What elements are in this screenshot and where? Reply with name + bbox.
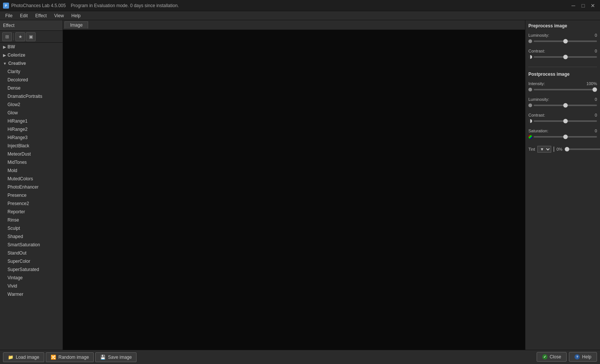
titlebar-subtitle: Program in Evaluation mode. 0 days since… <box>71 3 179 8</box>
window-close-button[interactable]: ✕ <box>589 1 597 10</box>
pre-contrast-slider[interactable] <box>534 56 597 58</box>
tint-slider[interactable] <box>565 148 600 150</box>
menu-view[interactable]: View <box>51 12 68 19</box>
effect-panel-header: Effect <box>0 20 63 31</box>
post-luminosity-row: Luminosity: 0 <box>528 97 597 108</box>
tint-label: Tint <box>528 147 535 151</box>
grid-view-button[interactable]: ⊞ <box>2 32 12 41</box>
post-intensity-row: Intensity: 100% <box>528 81 597 93</box>
list-item[interactable]: Glow2 <box>0 100 63 109</box>
save-icon: 💾 <box>100 355 106 360</box>
list-item[interactable]: MidTones <box>0 158 63 166</box>
arrow-icon: ▼ <box>3 61 7 66</box>
left-panel: Effect ⊞ ★ ▣ ▶ BW ▶ Colorize ▼ Creative <box>0 20 63 353</box>
list-item[interactable]: DramaticPortraits <box>0 92 63 100</box>
random-icon: 🔀 <box>51 355 56 360</box>
menu-edit[interactable]: Edit <box>16 12 32 19</box>
tint-dropdown[interactable]: ▼ <box>537 146 551 153</box>
list-item[interactable]: Mold <box>0 166 63 175</box>
post-intensity-label: Intensity: 100% <box>528 81 597 86</box>
list-item[interactable]: MutedColors <box>0 175 63 183</box>
post-saturation-slider[interactable] <box>534 136 597 138</box>
pre-luminosity-track <box>528 38 597 44</box>
film-button[interactable]: ▣ <box>26 32 36 41</box>
postprocess-title: Postprocess image <box>528 72 597 78</box>
pre-luminosity-label: Luminosity: 0 <box>528 33 597 37</box>
luminosity2-icon <box>528 103 532 107</box>
list-item[interactable]: Presence2 <box>0 199 63 208</box>
help-button[interactable]: ? Help <box>569 352 597 362</box>
post-luminosity-label: Luminosity: 0 <box>528 97 597 102</box>
post-intensity-track <box>528 87 597 93</box>
load-icon: 📁 <box>8 355 14 360</box>
image-canvas <box>63 30 525 353</box>
list-item[interactable]: SmartSaturation <box>0 241 63 249</box>
list-item[interactable]: Reporter <box>0 208 63 216</box>
list-item[interactable]: Vivid <box>0 282 63 290</box>
list-item[interactable]: Clarity <box>0 67 63 76</box>
list-item[interactable]: Rinse <box>0 216 63 224</box>
list-item[interactable]: Presence <box>0 191 63 199</box>
maximize-button[interactable]: □ <box>579 1 587 10</box>
post-luminosity-track <box>528 102 597 108</box>
contrast2-icon <box>528 119 532 123</box>
intensity-icon <box>528 88 532 91</box>
menu-help[interactable]: Help <box>68 12 84 19</box>
post-intensity-slider[interactable] <box>534 89 597 90</box>
main-layout: Effect ⊞ ★ ▣ ▶ BW ▶ Colorize ▼ Creative <box>0 20 600 353</box>
list-item[interactable]: Shaped <box>0 232 63 241</box>
bottom-bar: 📁 Load image 🔀 Random image 💾 Save image… <box>0 350 600 364</box>
effect-group-bw-label: BW <box>8 44 15 49</box>
pre-contrast-row: Contrast: 0 <box>528 49 597 60</box>
effect-group-creative-label: Creative <box>8 61 26 66</box>
image-tab[interactable]: Image <box>64 21 88 28</box>
right-panel: Preprocess image Luminosity: 0 Contrast:… <box>525 20 600 353</box>
post-contrast-slider[interactable] <box>534 120 597 122</box>
post-saturation-row: Saturation: 0 <box>528 129 597 140</box>
pre-luminosity-row: Luminosity: 0 <box>528 33 597 44</box>
window-controls: ─ □ ✕ <box>569 1 597 10</box>
help-circle-icon: ? <box>574 354 580 360</box>
load-image-button[interactable]: 📁 Load image <box>3 352 44 362</box>
star-button[interactable]: ★ <box>15 32 25 41</box>
toolbar-separator <box>14 33 14 40</box>
list-item[interactable]: HiRange2 <box>0 125 63 133</box>
list-item[interactable]: PhotoEnhancer <box>0 183 63 191</box>
list-item[interactable]: HiRange3 <box>0 133 63 142</box>
list-item[interactable]: MeteorDust <box>0 150 63 158</box>
menu-file[interactable]: File <box>2 12 16 19</box>
random-image-button[interactable]: 🔀 Random image <box>46 352 94 362</box>
app-name: PhotoChances Lab 4.5.005 <box>11 3 66 8</box>
list-item[interactable]: Vintage <box>0 274 63 282</box>
menu-effect[interactable]: Effect <box>32 12 50 19</box>
pre-luminosity-slider[interactable] <box>534 40 597 42</box>
section-divider <box>528 67 597 67</box>
save-image-button[interactable]: 💾 Save image <box>95 352 136 362</box>
list-item[interactable]: Sculpt <box>0 224 63 232</box>
tint-color-swatch[interactable] <box>554 147 554 152</box>
bottom-right-buttons: ✓ Close ? Help <box>537 352 597 362</box>
list-item[interactable]: StandOut <box>0 249 63 257</box>
list-item[interactable]: SuperColor <box>0 257 63 265</box>
list-item[interactable]: Dense <box>0 84 63 92</box>
effect-group-colorize[interactable]: ▶ Colorize <box>0 51 63 59</box>
close-button[interactable]: ✓ Close <box>537 352 567 362</box>
minimize-button[interactable]: ─ <box>569 1 578 10</box>
titlebar-text: PhotoChances Lab 4.5.005 Program in Eval… <box>11 3 569 8</box>
post-saturation-label: Saturation: 0 <box>528 129 597 133</box>
post-luminosity-slider[interactable] <box>534 105 597 106</box>
post-saturation-track <box>528 134 597 140</box>
effect-list: ▶ BW ▶ Colorize ▼ Creative Clarity Decol… <box>0 43 63 353</box>
effect-group-creative[interactable]: ▼ Creative <box>0 59 63 67</box>
list-item[interactable]: InjectBlack <box>0 142 63 150</box>
list-item[interactable]: SuperSaturated <box>0 265 63 274</box>
list-item[interactable]: Warmer <box>0 290 63 298</box>
pre-contrast-label: Contrast: 0 <box>528 49 597 53</box>
effect-group-bw[interactable]: ▶ BW <box>0 43 63 51</box>
arrow-icon: ▶ <box>3 45 6 49</box>
list-item[interactable]: Decolored <box>0 76 63 84</box>
list-item[interactable]: Glow <box>0 109 63 117</box>
pre-contrast-track <box>528 54 597 60</box>
tint-percent: 0% <box>556 147 562 151</box>
list-item[interactable]: HiRange1 <box>0 117 63 125</box>
